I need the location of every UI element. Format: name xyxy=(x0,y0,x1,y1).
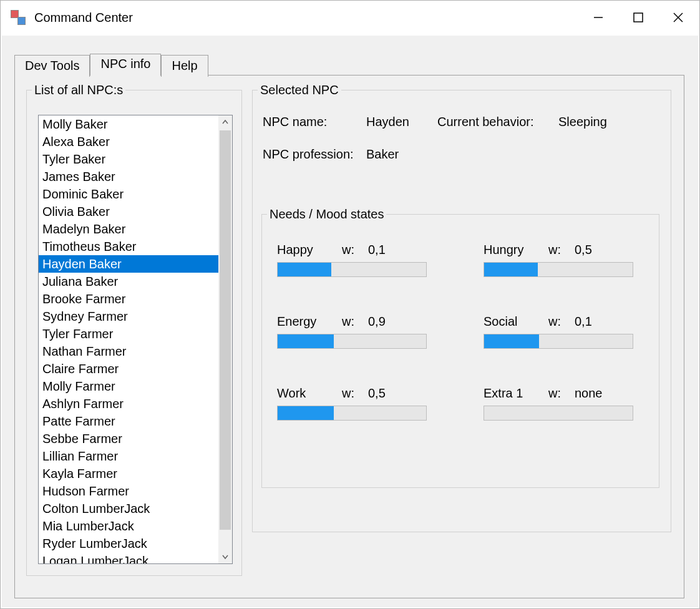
application-window: Command Center Dev Tools NPC info Help L… xyxy=(0,0,700,609)
needs-group: Needs / Mood states Happyw:0,1Hungryw:0,… xyxy=(261,207,659,488)
tab-npc-info[interactable]: NPC info xyxy=(90,54,161,76)
npc-behavior-label: Current behavior: xyxy=(437,115,555,129)
list-item[interactable]: Ashlyn Farmer xyxy=(39,395,218,412)
list-item[interactable]: Tyler Farmer xyxy=(39,325,218,343)
need-item: Extra 1w:none xyxy=(484,386,633,421)
list-item[interactable]: Timotheus Baker xyxy=(39,238,218,255)
npc-listbox[interactable]: Molly BakerAlexa BakerTyler BakerJames B… xyxy=(39,115,218,563)
list-item[interactable]: Patte Farmer xyxy=(39,412,218,430)
minimize-icon xyxy=(593,12,604,23)
list-item[interactable]: Sydney Farmer xyxy=(39,308,218,325)
npc-profession-value: Baker xyxy=(366,147,399,162)
need-name: Extra 1 xyxy=(484,386,548,401)
need-w-label: w: xyxy=(548,314,575,329)
need-item: Socialw:0,1 xyxy=(484,314,633,349)
titlebar[interactable]: Command Center xyxy=(1,1,699,34)
scrollbar-thumb[interactable] xyxy=(220,130,231,530)
list-item[interactable]: Claire Farmer xyxy=(39,360,218,378)
window-controls xyxy=(578,1,698,34)
close-icon xyxy=(673,12,684,23)
npc-behavior-value: Sleeping xyxy=(558,115,607,129)
need-header: Socialw:0,1 xyxy=(484,314,633,329)
progress-fill xyxy=(278,406,334,420)
tab-control: Dev Tools NPC info Help List of all NPC:… xyxy=(14,53,684,598)
need-w-label: w: xyxy=(548,386,575,401)
need-w-label: w: xyxy=(342,314,368,329)
progress-bar xyxy=(484,406,633,421)
minimize-button[interactable] xyxy=(578,1,618,34)
need-item: Happyw:0,1 xyxy=(277,243,427,277)
need-w-label: w: xyxy=(342,386,368,401)
progress-fill xyxy=(278,263,331,276)
tab-dev-tools[interactable]: Dev Tools xyxy=(14,55,90,77)
chevron-up-icon xyxy=(221,119,229,126)
need-header: Happyw:0,1 xyxy=(277,243,427,257)
need-header: Extra 1w:none xyxy=(484,386,633,401)
maximize-icon xyxy=(633,12,644,23)
list-item[interactable]: Mia LumberJack xyxy=(39,517,218,535)
need-w-value: 0,1 xyxy=(575,314,592,329)
maximize-button[interactable] xyxy=(618,1,658,34)
progress-fill xyxy=(278,334,334,348)
list-item[interactable]: Molly Farmer xyxy=(39,378,218,395)
list-item[interactable]: Juliana Baker xyxy=(39,273,218,290)
list-item[interactable]: Logan LumberJack xyxy=(39,552,218,563)
need-name: Social xyxy=(484,314,548,329)
need-name: Happy xyxy=(277,243,342,257)
list-item[interactable]: James Baker xyxy=(39,168,218,185)
list-item[interactable]: Dominic Baker xyxy=(39,185,218,203)
need-w-label: w: xyxy=(342,243,368,257)
close-button[interactable] xyxy=(658,1,698,34)
selected-npc-legend: Selected NPC xyxy=(258,83,341,97)
progress-bar xyxy=(484,334,633,349)
list-item[interactable]: Alexa Baker xyxy=(39,133,218,150)
progress-bar xyxy=(277,406,427,421)
tab-header: Dev Tools NPC info Help xyxy=(14,53,684,76)
list-item[interactable]: Hudson Farmer xyxy=(39,482,218,500)
scrollbar[interactable] xyxy=(218,115,232,563)
scroll-up-button[interactable] xyxy=(218,115,232,129)
need-item: Energyw:0,9 xyxy=(277,314,427,349)
need-w-label: w: xyxy=(548,243,575,257)
npc-profession-label: NPC profession: xyxy=(263,147,362,162)
chevron-down-icon xyxy=(221,553,229,560)
window-title: Command Center xyxy=(34,11,133,25)
list-item[interactable]: Nathan Farmer xyxy=(39,343,218,360)
list-item[interactable]: Sebbe Farmer xyxy=(39,430,218,447)
list-item[interactable]: Lillian Farmer xyxy=(39,447,218,465)
need-w-value: none xyxy=(575,386,603,401)
app-icon xyxy=(11,10,26,25)
need-w-value: 0,5 xyxy=(368,386,386,401)
need-w-value: 0,5 xyxy=(575,243,592,257)
progress-fill xyxy=(484,263,538,276)
info-row-profession: NPC profession: Baker xyxy=(263,147,399,162)
info-row-name: NPC name: Hayden Current behavior: Sleep… xyxy=(263,115,607,129)
list-item[interactable]: Molly Baker xyxy=(39,115,218,133)
list-item[interactable]: Madelyn Baker xyxy=(39,220,218,238)
npc-name-value: Hayden xyxy=(366,115,434,129)
svg-rect-1 xyxy=(634,13,643,22)
need-w-value: 0,1 xyxy=(368,243,386,257)
progress-bar xyxy=(277,334,427,349)
npc-listbox-wrap: Molly BakerAlexa BakerTyler BakerJames B… xyxy=(38,115,233,564)
list-item[interactable]: Brooke Farmer xyxy=(39,290,218,308)
npc-name-label: NPC name: xyxy=(263,115,362,129)
list-item[interactable]: Kayla Farmer xyxy=(39,465,218,482)
need-name: Hungry xyxy=(484,243,548,257)
progress-fill xyxy=(484,334,539,348)
progress-bar xyxy=(277,262,427,277)
tab-help[interactable]: Help xyxy=(161,55,208,77)
npc-list-legend: List of all NPC:s xyxy=(32,83,125,97)
need-header: Energyw:0,9 xyxy=(277,314,427,329)
list-item[interactable]: Hayden Baker xyxy=(39,255,218,273)
list-item[interactable]: Tyler Baker xyxy=(39,150,218,168)
needs-grid: Happyw:0,1Hungryw:0,5Energyw:0,9Socialw:… xyxy=(262,222,659,433)
need-header: Workw:0,5 xyxy=(277,386,427,401)
list-item[interactable]: Olivia Baker xyxy=(39,203,218,220)
client-area: Dev Tools NPC info Help List of all NPC:… xyxy=(2,36,698,607)
list-item[interactable]: Ryder LumberJack xyxy=(39,535,218,552)
npc-list-group: List of all NPC:s Molly BakerAlexa Baker… xyxy=(26,83,242,576)
scroll-down-button[interactable] xyxy=(218,550,232,563)
list-item[interactable]: Colton LumberJack xyxy=(39,500,218,517)
tab-body: List of all NPC:s Molly BakerAlexa Baker… xyxy=(14,75,684,598)
